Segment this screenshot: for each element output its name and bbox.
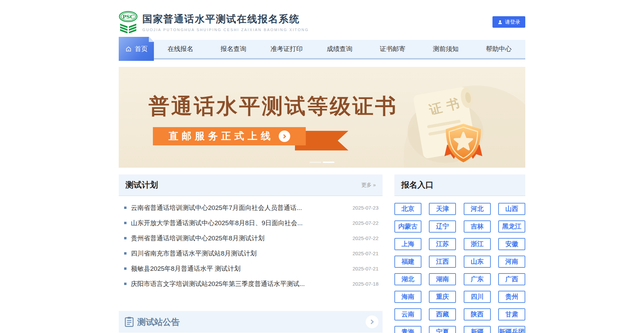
- list-item[interactable]: 山东开放大学普通话测试中心2025年8月8日、9日面向社会... 2025-07…: [124, 215, 378, 231]
- site-title: 国家普通话水平测试在线报名系统: [142, 13, 309, 26]
- entry-title: 报名入口: [401, 180, 434, 190]
- brand-block: 国家普通话水平测试在线报名系统 GUOJIA PUTONGHUA SHUIPIN…: [142, 13, 309, 32]
- bullet-icon: [124, 222, 127, 224]
- province-button[interactable]: 广西: [498, 273, 525, 285]
- plans-title: 测试计划: [125, 180, 158, 190]
- province-button[interactable]: 青海: [394, 326, 421, 333]
- announcements-panel-header: 测试站公告: [119, 311, 383, 333]
- province-button[interactable]: 重庆: [429, 291, 456, 303]
- plan-title: 四川省南充市普通话水平测试站8月测试计划: [131, 249, 346, 258]
- plan-title: 额敏县2025年8月普通话水平 测试计划: [131, 264, 346, 273]
- plans-list: 云南省普通话培训测试中心2025年7月面向社会人员普通话... 2025-07-…: [119, 196, 383, 296]
- province-button[interactable]: 山东: [464, 256, 491, 268]
- province-button[interactable]: 湖南: [429, 273, 456, 285]
- plan-date: 2025-07-23: [352, 205, 378, 211]
- carousel-dot-1[interactable]: [310, 162, 321, 163]
- nav-item-online-signup[interactable]: 在线报名: [154, 40, 207, 58]
- province-button[interactable]: 辽宁: [429, 220, 456, 233]
- nav-item-score-query[interactable]: 成绩查询: [313, 40, 366, 58]
- bullet-icon: [124, 283, 127, 285]
- province-button[interactable]: 河南: [498, 256, 525, 268]
- bullet-icon: [124, 207, 127, 209]
- nav-item-signup-query[interactable]: 报名查询: [207, 40, 260, 58]
- province-button[interactable]: 江苏: [429, 238, 456, 250]
- nav-label: 报名查询: [221, 45, 246, 53]
- province-button[interactable]: 吉林: [464, 220, 491, 233]
- ribbon-cta[interactable]: 直邮服务正式上线: [153, 127, 306, 145]
- province-button[interactable]: 甘肃: [498, 308, 525, 320]
- province-button[interactable]: 新疆兵团: [498, 326, 525, 333]
- banner-carousel[interactable]: 普通话水平测试等级证书 直邮服务正式上线 证书: [119, 67, 525, 168]
- province-button[interactable]: 山西: [498, 203, 525, 215]
- list-item[interactable]: 额敏县2025年8月普通话水平 测试计划 2025-07-21: [124, 261, 378, 276]
- plan-date: 2025-07-18: [352, 281, 378, 287]
- plan-date: 2025-07-21: [352, 266, 378, 271]
- province-button[interactable]: 内蒙古: [394, 220, 421, 233]
- nav-item-ticket-print[interactable]: 准考证打印: [260, 40, 313, 58]
- province-button[interactable]: 四川: [464, 291, 491, 303]
- nav-label: 测前须知: [433, 45, 459, 53]
- nav-label: 准考证打印: [271, 45, 303, 53]
- province-button[interactable]: 河北: [464, 203, 491, 215]
- arrow-right-icon: [279, 130, 290, 142]
- plans-more-link[interactable]: 更多 »: [361, 182, 376, 188]
- province-button[interactable]: 陕西: [464, 308, 491, 320]
- nav-label: 首页: [135, 45, 148, 53]
- province-button[interactable]: 北京: [394, 203, 421, 215]
- province-button[interactable]: 上海: [394, 238, 421, 250]
- nav-item-help-center[interactable]: 帮助中心: [472, 40, 525, 58]
- list-item[interactable]: 云南省普通话培训测试中心2025年7月面向社会人员普通话... 2025-07-…: [124, 200, 378, 215]
- province-button[interactable]: 浙江: [464, 238, 491, 250]
- banner-title: 普通话水平测试等级证书: [148, 92, 398, 120]
- province-button[interactable]: 云南: [394, 308, 421, 320]
- nav-item-home[interactable]: 首页: [119, 37, 154, 61]
- province-button[interactable]: 宁夏: [429, 326, 456, 333]
- province-button[interactable]: 江西: [429, 256, 456, 268]
- login-label: 请登录: [505, 19, 520, 25]
- province-button[interactable]: 海南: [394, 291, 421, 303]
- province-button[interactable]: 贵州: [498, 291, 525, 303]
- main-content: 测试计划 更多 » 云南省普通话培训测试中心2025年7月面向社会人员普通话..…: [119, 174, 525, 333]
- nav-item-pretest-notice[interactable]: 测前须知: [419, 40, 472, 58]
- province-button[interactable]: 新疆: [464, 326, 491, 333]
- chevron-right-icon: [369, 319, 374, 324]
- page: PSC 国家普通话水平测试在线报名系统 GUOJIA PUTONGHUA SHU…: [119, 0, 525, 333]
- left-column: 测试计划 更多 » 云南省普通话培训测试中心2025年7月面向社会人员普通话..…: [119, 174, 383, 333]
- province-grid: 北京 天津 河北 山西 内蒙古 辽宁 吉林 黑龙江 上海 江苏 浙江 安徽 福建…: [394, 203, 525, 333]
- bullet-icon: [124, 252, 127, 255]
- ribbon-label: 直邮服务正式上线: [168, 129, 274, 143]
- list-item[interactable]: 贵州省普通话培训测试中心2025年8月测试计划 2025-07-22: [124, 231, 378, 246]
- entry-panel-header: 报名入口: [394, 174, 525, 196]
- province-button[interactable]: 天津: [429, 203, 456, 215]
- nav-label: 帮助中心: [486, 45, 512, 53]
- nav-label: 成绩查询: [327, 45, 352, 53]
- home-icon: [125, 46, 132, 52]
- plan-title: 山东开放大学普通话测试中心2025年8月8日、9日面向社会...: [131, 219, 346, 228]
- plan-title: 云南省普通话培训测试中心2025年7月面向社会人员普通话...: [131, 204, 346, 212]
- main-nav: 首页 在线报名 报名查询 准考证打印 成绩查询 证书邮寄 测前须知 帮助中心: [119, 40, 525, 60]
- province-button[interactable]: 福建: [394, 256, 421, 268]
- plan-title: 庆阳市语言文字培训测试站2025年第三季度普通话水平测试...: [131, 280, 346, 288]
- site-header: PSC 国家普通话水平测试在线报名系统 GUOJIA PUTONGHUA SHU…: [119, 0, 525, 34]
- plans-panel-header: 测试计划 更多 »: [119, 174, 383, 196]
- user-icon: [498, 20, 503, 25]
- province-button[interactable]: 湖北: [394, 273, 421, 285]
- bullet-icon: [124, 237, 127, 239]
- login-button[interactable]: 请登录: [492, 16, 525, 28]
- certificate-illustration: 证书: [408, 80, 499, 166]
- province-button[interactable]: 黑龙江: [498, 220, 525, 233]
- clipboard-icon: [125, 317, 134, 327]
- announcements-expand-button[interactable]: [366, 315, 378, 328]
- province-button[interactable]: 安徽: [498, 238, 525, 250]
- province-button[interactable]: 西藏: [429, 308, 456, 320]
- nav-item-cert-mail[interactable]: 证书邮寄: [366, 40, 419, 58]
- carousel-dot-2[interactable]: [323, 162, 335, 163]
- province-button[interactable]: 广东: [464, 273, 491, 285]
- list-item[interactable]: 四川省南充市普通话水平测试站8月测试计划 2025-07-21: [124, 246, 378, 261]
- plan-title: 贵州省普通话培训测试中心2025年8月测试计划: [131, 234, 346, 243]
- list-item[interactable]: 庆阳市语言文字培训测试站2025年第三季度普通话水平测试... 2025-07-…: [124, 276, 378, 291]
- plan-date: 2025-07-22: [352, 235, 378, 241]
- site-subtitle: GUOJIA PUTONGHUA SHUIPING CESHI ZAIXIAN …: [142, 28, 309, 32]
- psc-logo-icon: PSC: [119, 11, 138, 33]
- announcements-title: 测试站公告: [137, 316, 180, 328]
